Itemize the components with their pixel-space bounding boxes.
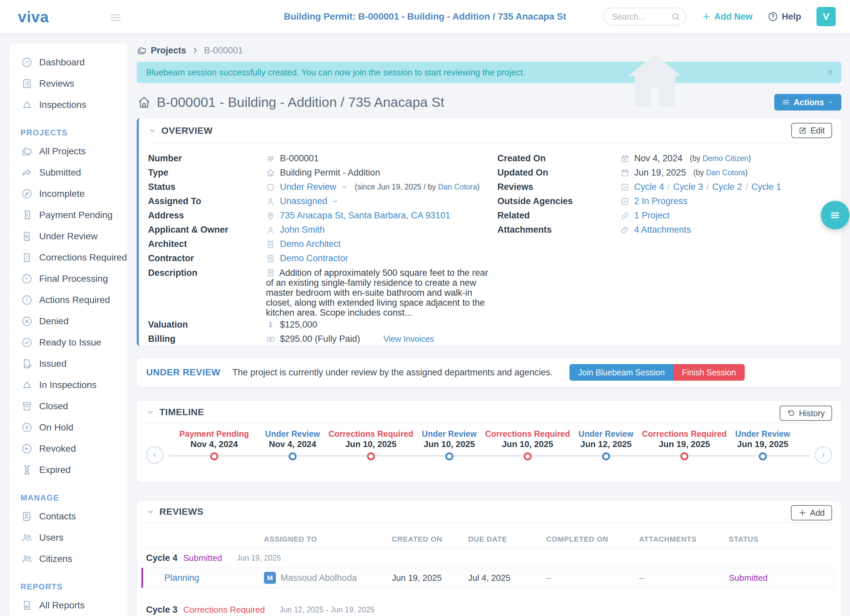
user-avatar[interactable]: V: [817, 7, 836, 26]
timeline-next-button[interactable]: [815, 446, 832, 463]
sidebar-item-reviews[interactable]: Reviews: [9, 73, 127, 94]
review-row[interactable]: Planning MMassoud Abolhoda Jun 19, 2025 …: [141, 568, 837, 588]
address-link[interactable]: 735 Anacapa St, Santa Barbara, CA 93101: [280, 208, 450, 223]
collapse-chevron-icon[interactable]: [146, 507, 155, 516]
field-label: Status: [148, 180, 266, 194]
add-label: Add: [810, 508, 825, 518]
updated-by-link[interactable]: Dan Cotora: [706, 168, 745, 177]
home-icon: [137, 95, 151, 109]
sidebar-item-denied[interactable]: Denied: [9, 311, 127, 332]
reviews-table-header: ASSIGNED TO CREATED ON DUE DATE COMPLETE…: [146, 531, 832, 548]
timeline-prev-button[interactable]: [146, 446, 163, 463]
dollar-icon: [266, 320, 275, 330]
timeline-event-dot[interactable]: [759, 452, 767, 461]
timeline-event-dot[interactable]: [524, 452, 531, 461]
timeline-event-date: Jun 19, 2025: [642, 439, 727, 449]
timeline-event: Corrections RequiredJun 19, 2025: [642, 429, 727, 461]
sidebar-item-inspections[interactable]: Inspections: [9, 94, 127, 115]
circle-x-icon: [21, 315, 33, 327]
sidebar-item-dashboard[interactable]: Dashboard: [9, 52, 127, 73]
related-link[interactable]: 1 Project: [634, 208, 670, 223]
field-label: Number: [148, 151, 266, 166]
sidebar-item-issued[interactable]: Issued: [9, 353, 127, 374]
sidebar-toggle-icon[interactable]: [109, 11, 122, 22]
sidebar-item-ready-to-issue[interactable]: Ready to Issue: [9, 332, 127, 353]
status-message: The project is currently under review by…: [232, 368, 553, 378]
sidebar-item-closed[interactable]: Closed: [9, 396, 127, 417]
timeline-event-dot[interactable]: [445, 452, 453, 461]
contractor-link[interactable]: Demo Contractor: [280, 251, 348, 266]
add-review-button[interactable]: Add: [791, 505, 832, 520]
building-icon: [266, 240, 275, 249]
sidebar-item-on-hold[interactable]: On Hold: [9, 417, 127, 438]
breadcrumb-projects[interactable]: Projects: [151, 45, 186, 56]
collapse-chevron-icon[interactable]: [146, 408, 155, 417]
history-button[interactable]: History: [780, 405, 832, 421]
floating-menu-button[interactable]: [821, 201, 849, 229]
sidebar-item-revoked[interactable]: Revoked: [9, 438, 127, 459]
chevron-down-icon[interactable]: [341, 184, 348, 190]
sidebar-item-corrections-required[interactable]: Corrections Required: [9, 247, 127, 268]
assigned-to-dropdown[interactable]: Unassigned: [280, 194, 328, 208]
sidebar-item-expired[interactable]: Expired: [9, 459, 127, 481]
viva-logo[interactable]: viva: [18, 8, 49, 26]
svg-text:F: F: [25, 277, 28, 281]
sidebar-item-actions-required[interactable]: Actions Required: [9, 289, 127, 311]
cycle-1-link[interactable]: Cycle 1: [751, 182, 781, 192]
timeline-event-dot[interactable]: [367, 452, 375, 461]
architect-link[interactable]: Demo Architect: [280, 237, 341, 251]
sidebar-item-in-inspections[interactable]: In Inspections: [9, 374, 127, 396]
actions-button[interactable]: Actions: [774, 94, 841, 111]
overview-title: OVERVIEW: [162, 126, 212, 136]
edit-button[interactable]: Edit: [791, 123, 832, 138]
sidebar-item-users[interactable]: Users: [9, 527, 127, 548]
field-related: Related 1 Project: [497, 208, 833, 223]
edit-pencil-icon: [799, 126, 807, 135]
timeline-event-date: Nov 4, 2024: [179, 439, 249, 449]
applicant-link[interactable]: John Smith: [280, 223, 325, 237]
field-value: B-000001: [280, 151, 319, 166]
status-dropdown[interactable]: Under Review: [280, 180, 336, 194]
sidebar-item-payment-pending[interactable]: $Payment Pending: [9, 205, 127, 226]
timeline-event-dot[interactable]: [210, 452, 218, 461]
created-by-link[interactable]: Demo Citizen: [703, 154, 748, 163]
finish-session-button[interactable]: Finish Session: [673, 364, 745, 381]
cycle-4-link[interactable]: Cycle 4: [634, 182, 664, 192]
help-button[interactable]: Help: [768, 11, 801, 22]
timeline-event-dot[interactable]: [602, 452, 610, 461]
sidebar-item-contacts[interactable]: Contacts: [9, 506, 127, 527]
history-icon: [787, 409, 796, 417]
cycle-2-link[interactable]: Cycle 2: [712, 182, 742, 192]
review-attachments: –: [639, 573, 729, 583]
collapse-chevron-icon[interactable]: [148, 126, 157, 135]
circle-pause-icon: [21, 422, 33, 433]
notification-banner: Bluebeam session successfully created. Y…: [137, 62, 841, 83]
sidebar-item-label: Corrections Required: [39, 252, 127, 263]
attachments-link[interactable]: 4 Attachments: [634, 223, 691, 237]
status-by-link[interactable]: Dan Cotora: [438, 182, 477, 191]
menu-icon: [829, 209, 841, 221]
billing-value: $295.00 (Fully Paid): [280, 332, 360, 346]
review-name-link[interactable]: Planning: [143, 573, 264, 583]
timeline-event-dot[interactable]: [289, 452, 296, 461]
add-new-button[interactable]: Add New: [702, 12, 753, 22]
sidebar-item-incomplete[interactable]: Incomplete: [9, 183, 127, 205]
field-label: Billing: [148, 332, 266, 346]
sidebar-item-citizens[interactable]: Citizens: [9, 548, 127, 570]
hash-icon: [266, 154, 275, 163]
cycle-3-link[interactable]: Cycle 3: [673, 182, 703, 192]
timeline-event-dot[interactable]: [680, 452, 688, 461]
join-bluebeam-session-button[interactable]: Join Bluebeam Session: [569, 364, 673, 381]
view-invoices-link[interactable]: View Invoices: [383, 332, 434, 346]
sidebar-item-all-reports[interactable]: All Reports: [9, 595, 127, 616]
house-watermark-icon: [619, 47, 691, 115]
chevron-down-icon[interactable]: [332, 198, 339, 205]
checklist-icon: [21, 78, 33, 89]
sidebar-item-all-projects[interactable]: All Projects: [9, 141, 127, 162]
sidebar-item-submitted[interactable]: Submitted: [9, 162, 127, 183]
contact-card-icon: [21, 511, 33, 522]
sidebar-item-final-processing[interactable]: FFinal Processing: [9, 268, 127, 289]
banner-close-button[interactable]: ×: [827, 66, 834, 78]
outside-agencies-link[interactable]: 2 In Progress: [634, 194, 688, 208]
sidebar-item-under-review[interactable]: Under Review: [9, 226, 127, 247]
